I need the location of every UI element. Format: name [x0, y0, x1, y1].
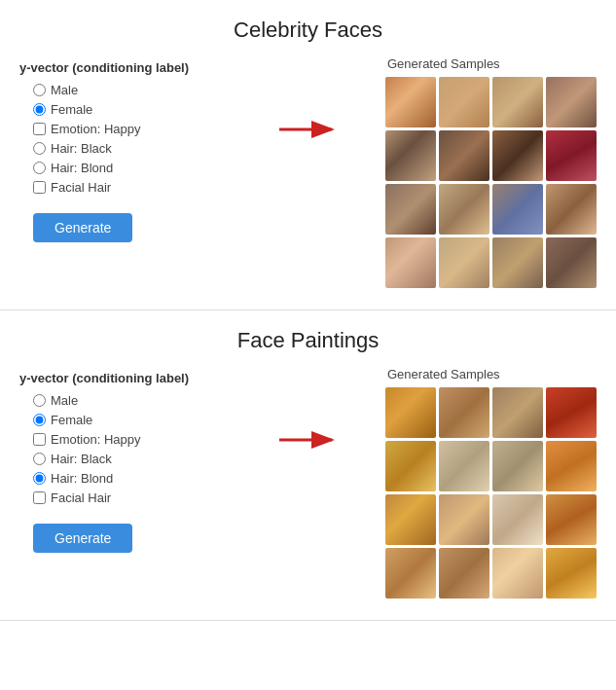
paintings-image-grid: [385, 387, 597, 599]
paintings-sample-14: [492, 548, 543, 599]
celebrity-title: Celebrity Faces: [19, 18, 597, 43]
paintings-generate-button[interactable]: Generate: [33, 524, 132, 553]
celebrity-controls: y-vector (conditioning label) Male Femal…: [19, 56, 234, 242]
paintings-facial-hair-checkbox[interactable]: [33, 491, 46, 504]
celebrity-arrow-icon: [275, 115, 344, 144]
celebrity-hair-black-radio[interactable]: [33, 142, 46, 155]
celebrity-sample-11: [546, 184, 597, 235]
paintings-hair-blond-row: Hair: Blond: [19, 471, 234, 486]
paintings-body: y-vector (conditioning label) Male Femal…: [19, 367, 597, 599]
celebrity-body: y-vector (conditioning label) Male Femal…: [19, 56, 597, 288]
paintings-sample-13: [439, 548, 489, 599]
celebrity-female-radio[interactable]: [33, 103, 46, 116]
paintings-male-row: Male: [19, 393, 234, 408]
celebrity-sample-4: [385, 130, 436, 181]
celebrity-sample-0: [385, 77, 436, 127]
paintings-sample-2: [492, 387, 543, 438]
celebrity-emotion-label: Emotion: Happy: [51, 122, 141, 136]
celebrity-hair-black-row: Hair: Black: [19, 141, 234, 156]
paintings-hair-black-label: Hair: Black: [51, 452, 112, 466]
celebrity-samples-area: Generated Samples: [385, 56, 597, 288]
paintings-samples-area: Generated Samples: [385, 367, 597, 599]
paintings-sample-10: [492, 494, 543, 545]
celebrity-female-row: Female: [19, 102, 234, 117]
paintings-emotion-checkbox[interactable]: [33, 433, 46, 446]
paintings-sample-5: [439, 441, 489, 491]
paintings-female-row: Female: [19, 413, 234, 427]
paintings-female-radio[interactable]: [33, 414, 46, 426]
paintings-sample-11: [546, 494, 597, 545]
celebrity-sample-1: [439, 77, 489, 127]
paintings-female-label: Female: [51, 413, 92, 427]
celebrity-hair-blond-radio[interactable]: [33, 162, 46, 174]
paintings-male-label: Male: [51, 393, 78, 408]
paintings-sample-8: [385, 494, 436, 545]
paintings-hair-blond-label: Hair: Blond: [51, 471, 113, 486]
paintings-sample-7: [546, 441, 597, 491]
paintings-male-radio[interactable]: [33, 394, 46, 407]
celebrity-hair-black-label: Hair: Black: [51, 141, 112, 156]
celebrity-sample-14: [492, 237, 543, 288]
celebrity-emotion-checkbox[interactable]: [33, 123, 46, 135]
paintings-sample-0: [385, 387, 436, 438]
celebrity-facial-hair-row: Facial Hair: [19, 180, 234, 195]
celebrity-sample-12: [385, 237, 436, 288]
paintings-hair-black-radio[interactable]: [33, 453, 46, 465]
celebrity-generate-button[interactable]: Generate: [33, 213, 132, 242]
paintings-emotion-label: Emotion: Happy: [51, 432, 141, 447]
celebrity-male-radio[interactable]: [33, 84, 46, 96]
paintings-emotion-row: Emotion: Happy: [19, 432, 234, 447]
celebrity-hair-blond-label: Hair: Blond: [51, 161, 113, 175]
paintings-facial-hair-row: Facial Hair: [19, 490, 234, 505]
paintings-controls: y-vector (conditioning label) Male Femal…: [19, 367, 234, 553]
celebrity-male-row: Male: [19, 83, 234, 97]
celebrity-samples-label: Generated Samples: [387, 56, 500, 71]
paintings-controls-label: y-vector (conditioning label): [19, 371, 234, 385]
paintings-hair-blond-radio[interactable]: [33, 472, 46, 485]
celebrity-emotion-row: Emotion: Happy: [19, 122, 234, 136]
paintings-arrow-area: [271, 367, 348, 454]
celebrity-sample-2: [492, 77, 543, 127]
celebrity-facial-hair-label: Facial Hair: [51, 180, 111, 195]
celebrity-sample-5: [439, 130, 489, 181]
celebrity-sample-10: [492, 184, 543, 235]
celebrity-male-label: Male: [51, 83, 78, 97]
celebrity-section: Celebrity Faces y-vector (conditioning l…: [0, 0, 616, 310]
celebrity-sample-6: [492, 130, 543, 181]
paintings-title: Face Paintings: [19, 328, 597, 353]
paintings-sample-1: [439, 387, 489, 438]
paintings-sample-6: [492, 441, 543, 491]
celebrity-sample-15: [546, 237, 597, 288]
celebrity-sample-9: [439, 184, 489, 235]
paintings-arrow-icon: [275, 425, 344, 454]
paintings-sample-15: [546, 548, 597, 599]
celebrity-image-grid: [385, 77, 597, 288]
celebrity-facial-hair-checkbox[interactable]: [33, 181, 46, 194]
paintings-section: Face Paintings y-vector (conditioning la…: [0, 310, 616, 621]
paintings-sample-9: [439, 494, 489, 545]
paintings-sample-3: [546, 387, 597, 438]
celebrity-sample-7: [546, 130, 597, 181]
paintings-samples-label: Generated Samples: [387, 367, 500, 381]
celebrity-sample-8: [385, 184, 436, 235]
paintings-sample-4: [385, 441, 436, 491]
celebrity-hair-blond-row: Hair: Blond: [19, 161, 234, 175]
paintings-hair-black-row: Hair: Black: [19, 452, 234, 466]
celebrity-sample-13: [439, 237, 489, 288]
celebrity-sample-3: [546, 77, 597, 127]
paintings-facial-hair-label: Facial Hair: [51, 490, 111, 505]
celebrity-controls-label: y-vector (conditioning label): [19, 60, 234, 75]
celebrity-female-label: Female: [51, 102, 92, 117]
paintings-sample-12: [385, 548, 436, 599]
celebrity-arrow-area: [271, 56, 348, 144]
